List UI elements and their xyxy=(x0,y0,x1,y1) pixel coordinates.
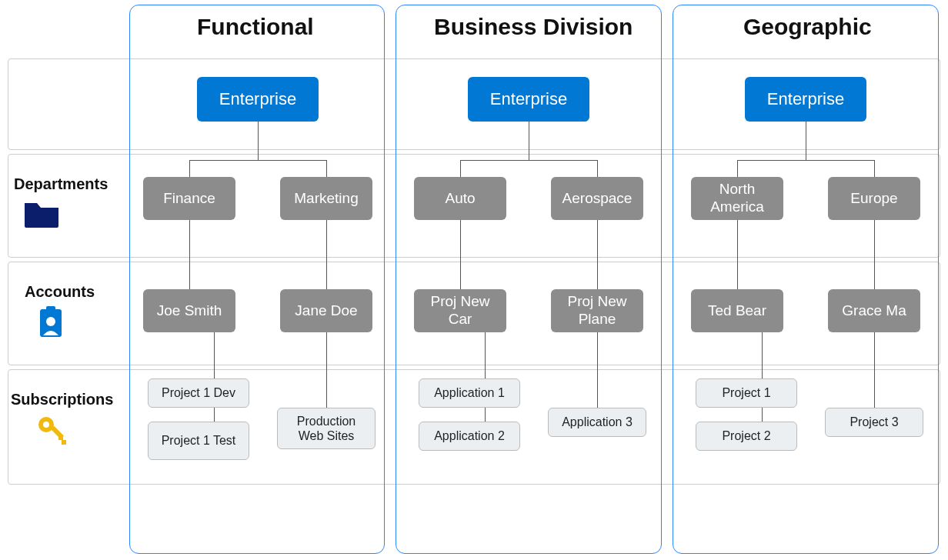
dept-auto: Auto xyxy=(414,177,506,220)
connector xyxy=(326,220,327,289)
acct-jane-doe: Jane Doe xyxy=(280,289,372,332)
sub-project1-test: Project 1 Test xyxy=(148,422,249,460)
connector xyxy=(460,160,597,161)
svg-point-2 xyxy=(46,317,55,326)
connector xyxy=(326,160,327,177)
enterprise-node-business: Enterprise xyxy=(468,77,589,122)
connector xyxy=(189,160,326,161)
col-title-business: Business Division xyxy=(434,14,633,40)
row-label-accounts: Accounts xyxy=(25,283,95,301)
connector xyxy=(189,160,190,177)
svg-rect-7 xyxy=(62,440,66,445)
svg-rect-1 xyxy=(46,306,55,312)
row-label-departments: Departments xyxy=(14,175,108,193)
sub-application-2: Application 2 xyxy=(419,422,520,451)
connector xyxy=(737,160,874,161)
connector xyxy=(189,220,190,289)
svg-point-4 xyxy=(43,422,49,428)
connector xyxy=(529,122,529,160)
sub-production-web: Production Web Sites xyxy=(277,408,376,449)
sub-project-1: Project 1 xyxy=(696,378,797,408)
acct-proj-new-car: Proj New Car xyxy=(414,289,506,332)
connector xyxy=(874,160,875,177)
svg-rect-6 xyxy=(58,435,63,440)
connector xyxy=(737,220,738,289)
acct-proj-new-plane: Proj New Plane xyxy=(551,289,643,332)
connector xyxy=(597,332,598,409)
connector xyxy=(597,160,598,177)
dept-finance: Finance xyxy=(143,177,235,220)
dept-north-america: North America xyxy=(691,177,783,220)
dept-europe: Europe xyxy=(828,177,920,220)
dept-marketing: Marketing xyxy=(280,177,372,220)
sub-application-3: Application 3 xyxy=(548,408,646,437)
sub-project1-dev: Project 1 Dev xyxy=(148,378,249,408)
connector xyxy=(460,220,461,289)
folder-icon xyxy=(23,198,60,228)
key-icon xyxy=(35,414,69,448)
sub-project-2: Project 2 xyxy=(696,422,797,451)
connector xyxy=(874,332,875,409)
connector xyxy=(460,160,461,177)
enterprise-node-geographic: Enterprise xyxy=(745,77,866,122)
connector xyxy=(326,332,327,409)
acct-joe-smith: Joe Smith xyxy=(143,289,235,332)
col-title-geographic: Geographic xyxy=(743,14,872,40)
acct-ted-bear: Ted Bear xyxy=(691,289,783,332)
row-label-subscriptions: Subscriptions xyxy=(11,391,113,408)
id-badge-icon xyxy=(34,306,68,340)
col-title-functional: Functional xyxy=(197,14,314,40)
connector xyxy=(806,122,806,160)
connector xyxy=(258,122,259,160)
acct-grace-ma: Grace Ma xyxy=(828,289,920,332)
connector xyxy=(737,160,738,177)
connector xyxy=(874,220,875,289)
enterprise-node-functional: Enterprise xyxy=(197,77,319,122)
connector xyxy=(597,220,598,289)
sub-application-1: Application 1 xyxy=(419,378,520,408)
dept-aerospace: Aerospace xyxy=(551,177,643,220)
sub-project-3: Project 3 xyxy=(825,408,923,437)
